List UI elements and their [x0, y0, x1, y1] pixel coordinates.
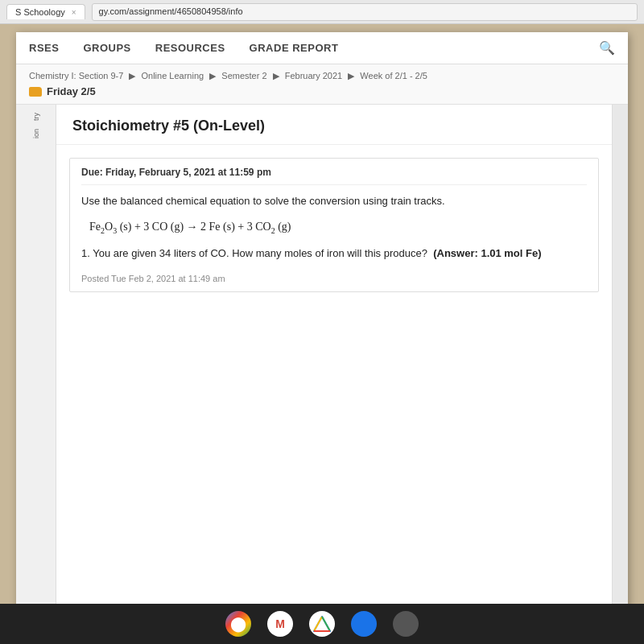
- taskbar-chrome-icon[interactable]: ⬤: [225, 611, 251, 637]
- week-folder[interactable]: Friday 2/5: [29, 85, 615, 97]
- main-content: Stoichiometry #5 (On-Level) Due: Friday,…: [56, 105, 612, 608]
- separator-1: ▶: [129, 71, 138, 80]
- folder-icon: [29, 87, 42, 97]
- breadcrumb-semester[interactable]: Semester 2: [221, 71, 266, 80]
- assignment-body: Due: Friday, February 5, 2021 at 11:59 p…: [56, 158, 612, 292]
- breadcrumb-area: Chemistry I: Section 9-7 ▶ Online Learni…: [16, 64, 628, 105]
- question-text: 1. You are given 34 liters of CO. How ma…: [81, 246, 587, 262]
- svg-line-2: [322, 617, 330, 631]
- tab-close-button[interactable]: ×: [72, 8, 76, 17]
- breadcrumb-online-learning[interactable]: Online Learning: [142, 71, 204, 80]
- sidebar-item-grade-report[interactable]: GRADE REPORT: [250, 42, 339, 54]
- sidebar-item-resources[interactable]: RESOURCES: [155, 42, 225, 54]
- separator-4: ▶: [348, 71, 357, 80]
- breadcrumb-month[interactable]: February 2021: [285, 71, 343, 80]
- sidebar-item-courses[interactable]: RSES: [29, 42, 59, 54]
- page-wrapper: RSES GROUPS RESOURCES GRADE REPORT 🔍 Che…: [16, 32, 628, 620]
- question-body: 1. You are given 34 liters of CO. How ma…: [81, 247, 431, 259]
- tab-label: S Schoology: [15, 7, 65, 17]
- top-nav: RSES GROUPS RESOURCES GRADE REPORT 🔍: [16, 32, 628, 64]
- sidebar-label-try: try: [32, 113, 40, 121]
- sidebar-item-groups[interactable]: GROUPS: [83, 42, 130, 54]
- search-icon[interactable]: 🔍: [599, 40, 615, 56]
- svg-marker-0: [314, 617, 330, 631]
- taskbar-dark-icon[interactable]: [393, 611, 419, 637]
- instruction-text: Use the balanced chemical equation to so…: [81, 193, 587, 209]
- answer-text: (Answer: 1.01 mol Fe): [433, 247, 541, 259]
- taskbar-blue-icon[interactable]: [351, 611, 377, 637]
- separator-3: ▶: [273, 71, 282, 80]
- sidebar-label-ion: ion: [32, 129, 40, 138]
- sidebar: try ion: [16, 105, 56, 608]
- right-panel: [612, 105, 628, 608]
- svg-line-1: [314, 617, 322, 631]
- browser-tab[interactable]: S Schoology ×: [6, 4, 85, 19]
- browser-chrome: S Schoology × gy.com/assignment/46508049…: [0, 0, 644, 24]
- address-bar[interactable]: gy.com/assignment/4650804958/info: [92, 3, 638, 21]
- taskbar: ⬤ M: [0, 604, 644, 644]
- equation: Fe2O3 (s) + 3 CO (g) → 2 Fe (s) + 3 CO2 …: [81, 221, 587, 235]
- assignment-title: Stoichiometry #5 (On-Level): [56, 105, 612, 145]
- taskbar-gmail-icon[interactable]: M: [267, 611, 293, 637]
- breadcrumb-section[interactable]: Chemistry I: Section 9-7: [29, 71, 123, 80]
- week-folder-label: Friday 2/5: [47, 85, 96, 97]
- posted-text: Posted Tue Feb 2, 2021 at 11:49 am: [81, 274, 587, 283]
- separator-2: ▶: [209, 71, 218, 80]
- due-date-box: Due: Friday, February 5, 2021 at 11:59 p…: [69, 158, 599, 292]
- content-area: try ion Stoichiometry #5 (On-Level) Due:…: [16, 105, 628, 608]
- taskbar-drive-icon[interactable]: [309, 611, 335, 637]
- breadcrumb: Chemistry I: Section 9-7 ▶ Online Learni…: [29, 71, 615, 81]
- breadcrumb-week[interactable]: Week of 2/1 - 2/5: [360, 71, 427, 80]
- due-date-text: Due: Friday, February 5, 2021 at 11:59 p…: [81, 167, 587, 185]
